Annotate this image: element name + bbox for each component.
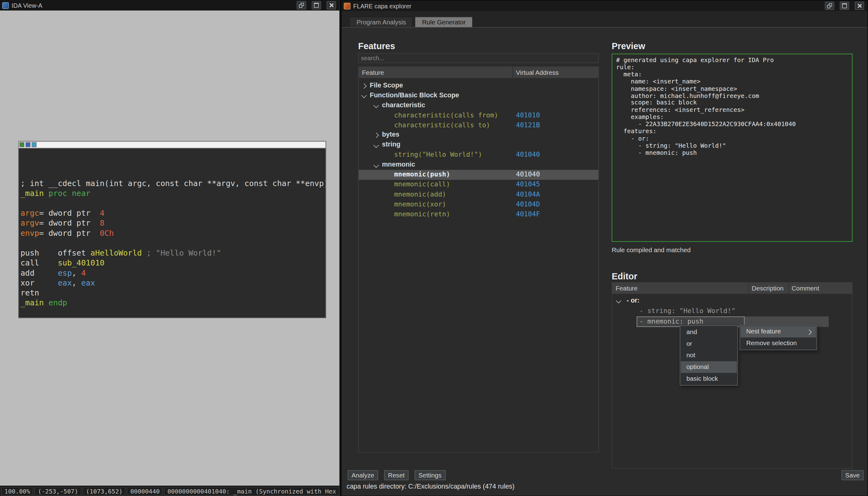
code-token: 0Ch bbox=[100, 228, 114, 237]
reset-button[interactable]: Reset bbox=[384, 470, 409, 480]
analyze-button[interactable]: Analyze bbox=[348, 470, 378, 480]
capa-titlebar[interactable]: FLARE capa explorer bbox=[342, 1, 868, 11]
disassembly-line[interactable]: envp= dword ptr 0Ch bbox=[20, 228, 325, 238]
ida-titlebar[interactable]: IDA View-A bbox=[0, 0, 339, 11]
submenu-item-not[interactable]: not bbox=[681, 350, 737, 361]
settings-button[interactable]: Settings bbox=[415, 470, 445, 480]
chevron-right-icon[interactable] bbox=[361, 83, 367, 89]
feature-label: mnemonic(xor) bbox=[394, 200, 446, 210]
close-icon bbox=[857, 3, 862, 8]
maximize-icon bbox=[842, 3, 847, 8]
disassembly-line[interactable] bbox=[20, 198, 325, 208]
chevron-down-icon[interactable] bbox=[616, 298, 622, 304]
column-header-feature[interactable]: Feature bbox=[362, 67, 384, 78]
code-token: add bbox=[20, 268, 58, 277]
code-token: argv bbox=[20, 218, 39, 228]
feature-row-mnemonic[interactable]: mnemonic bbox=[359, 160, 598, 170]
submenu-item-optional[interactable]: optional bbox=[681, 361, 737, 373]
features-tree: Feature Virtual Address File ScopeFuncti… bbox=[358, 66, 599, 453]
restore-button[interactable] bbox=[825, 2, 834, 10]
feature-row-function-basic-block-scope[interactable]: Function/Basic Block Scope bbox=[359, 91, 598, 100]
editor-row-string-hello-world[interactable]: - string: "Hello World!" bbox=[612, 306, 852, 316]
code-token: eax bbox=[81, 278, 95, 287]
feature-row-string[interactable]: string bbox=[359, 140, 598, 150]
disassembly-line[interactable]: retn bbox=[20, 288, 325, 298]
disassembly-titlebar[interactable] bbox=[19, 141, 325, 148]
context-menu-item-remove-selection[interactable]: Remove selection bbox=[741, 338, 816, 349]
feature-group-label: characteristic bbox=[382, 100, 425, 110]
capa-window: FLARE capa explorer Program AnalysisRule… bbox=[341, 0, 868, 496]
disassembly-line[interactable]: push offset aHelloWorld ; "Hello World!" bbox=[20, 248, 325, 258]
code-token: eax bbox=[58, 278, 72, 287]
feature-row-file-scope[interactable]: File Scope bbox=[359, 81, 598, 91]
chevron-down-icon[interactable] bbox=[374, 162, 379, 168]
tab-rule-generator[interactable]: Rule Generator bbox=[415, 17, 473, 27]
column-header-virtual-address[interactable]: Virtual Address bbox=[513, 67, 559, 78]
feature-group-label: Function/Basic Block Scope bbox=[370, 91, 459, 100]
code-token: 4 bbox=[100, 208, 105, 218]
editor-label: - string: "Hello World!" bbox=[639, 306, 735, 316]
feature-row-mnemonic-push[interactable]: mnemonic(push)401040 bbox=[359, 170, 598, 180]
virtual-address: 401010 bbox=[516, 110, 540, 120]
code-token: ; "Hello World!" bbox=[147, 248, 221, 258]
feature-row-mnemonic-call[interactable]: mnemonic(call)401045 bbox=[359, 180, 598, 190]
search-input[interactable] bbox=[358, 53, 599, 63]
feature-row-mnemonic-add[interactable]: mnemonic(add)40104A bbox=[359, 190, 598, 200]
disassembly-code: ; int __cdecl main(int argc, const char … bbox=[19, 148, 325, 318]
disassembly-line[interactable]: argv= dword ptr 8 bbox=[20, 218, 325, 228]
preview-line: meta: bbox=[616, 72, 848, 78]
feature-row-mnemonic-xor[interactable]: mnemonic(xor)40104D bbox=[359, 200, 598, 210]
close-button[interactable] bbox=[326, 1, 336, 10]
close-button[interactable] bbox=[855, 2, 864, 10]
virtual-address: 401040 bbox=[516, 150, 540, 160]
feature-row-characteristic-calls-from[interactable]: characteristic(calls from)401010 bbox=[359, 110, 598, 120]
save-button[interactable]: Save bbox=[841, 470, 864, 480]
feature-row-mnemonic-retn[interactable]: mnemonic(retn)40104F bbox=[359, 210, 598, 219]
capa-window-controls bbox=[825, 2, 865, 10]
disassembly-line[interactable]: _main endp bbox=[20, 298, 325, 308]
column-header-comment[interactable]: Comment bbox=[788, 283, 819, 294]
disassembly-line[interactable]: call sub_401010 bbox=[20, 258, 325, 268]
disassembly-line[interactable]: argc= dword ptr 4 bbox=[20, 208, 325, 218]
preview-line: author: michael.hunhoff@fireeye.com bbox=[616, 93, 848, 100]
virtual-address: 40104A bbox=[516, 190, 540, 200]
maximize-button[interactable] bbox=[312, 1, 321, 10]
disassembly-line[interactable]: xor eax, eax bbox=[20, 278, 325, 288]
feature-row-string-hello-world[interactable]: string("Hello World!")401040 bbox=[359, 150, 598, 160]
disassembly-line[interactable] bbox=[20, 238, 325, 248]
disassembly-line[interactable]: ; int __cdecl main(int argc, const char … bbox=[20, 178, 325, 188]
action-buttons: AnalyzeResetSettings bbox=[348, 470, 445, 480]
code-token: = dword ptr bbox=[39, 208, 100, 218]
editor-row-or[interactable]: - or: bbox=[612, 295, 852, 306]
context-menu-item-nest-feature[interactable]: Nest feature bbox=[741, 326, 816, 338]
maximize-button[interactable] bbox=[840, 2, 849, 10]
feature-row-bytes[interactable]: bytes bbox=[359, 130, 598, 140]
editor-heading: Editor bbox=[612, 271, 637, 281]
chevron-right-icon[interactable] bbox=[374, 133, 379, 138]
submenu-item-or[interactable]: or bbox=[681, 338, 737, 350]
capa-content: Features Feature Virtual Address File Sc… bbox=[342, 27, 868, 496]
feature-group-label: bytes bbox=[382, 130, 399, 140]
disassembly-window[interactable]: ; int __cdecl main(int argc, const char … bbox=[18, 141, 326, 318]
status-segment: 0000000000401040: _main (Synchronized wi… bbox=[164, 487, 339, 496]
preview-line: rule: bbox=[616, 64, 848, 71]
tab-program-analysis[interactable]: Program Analysis bbox=[349, 17, 413, 27]
chevron-down-icon[interactable] bbox=[374, 103, 379, 108]
feature-row-characteristic[interactable]: characteristic bbox=[359, 100, 598, 110]
column-header-description[interactable]: Description bbox=[748, 283, 783, 294]
restore-button[interactable] bbox=[297, 1, 306, 10]
disassembly-line[interactable]: add esp, 4 bbox=[20, 268, 325, 278]
preview-line: features: bbox=[616, 128, 848, 135]
feature-row-characteristic-calls-to[interactable]: characteristic(calls to)40121B bbox=[359, 120, 598, 130]
restore-icon bbox=[827, 3, 832, 8]
submenu-item-basic-block[interactable]: basic block bbox=[681, 373, 737, 385]
graph-view-icon bbox=[19, 142, 25, 147]
feature-label: mnemonic(add) bbox=[394, 190, 446, 200]
disassembly-line[interactable]: _main proc near bbox=[20, 188, 325, 198]
maximize-icon bbox=[314, 3, 319, 8]
submenu-item-and[interactable]: and bbox=[681, 326, 737, 338]
column-header-feature[interactable]: Feature bbox=[616, 283, 638, 294]
preview-box[interactable]: # generated using capa explorer for IDA … bbox=[612, 54, 853, 242]
chevron-down-icon[interactable] bbox=[374, 142, 379, 148]
chevron-down-icon[interactable] bbox=[361, 93, 367, 98]
